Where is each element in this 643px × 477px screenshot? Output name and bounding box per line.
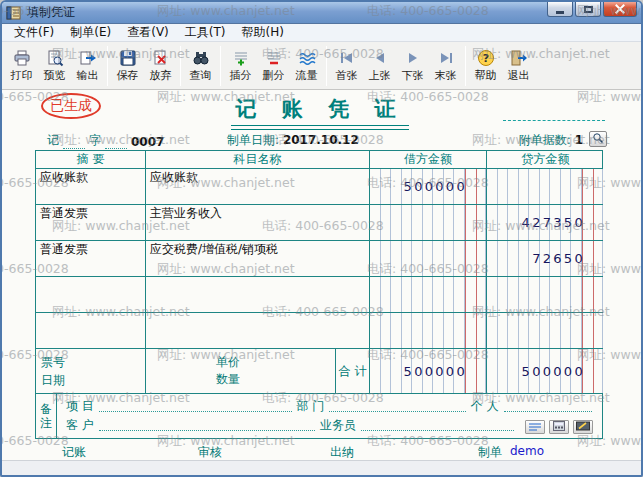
- print-button[interactable]: 打印: [5, 43, 38, 88]
- menu-help[interactable]: 帮助(H): [234, 23, 292, 42]
- first-voucher-button[interactable]: 首张: [330, 43, 363, 88]
- voucher-area: 已生成 记 账 凭 证 记 字 0007 制单日期: 2017.10.12 附单…: [2, 90, 641, 460]
- salesman-field[interactable]: [361, 429, 514, 431]
- help-button[interactable]: ? 帮助: [469, 43, 502, 88]
- cashier-label: 出纳: [330, 444, 354, 461]
- menu-tools[interactable]: 工具(T): [177, 23, 234, 42]
- menu-bar: 文件(F) 制单(E) 查看(V) 工具(T) 帮助(H): [2, 24, 641, 42]
- next-icon: [404, 49, 422, 67]
- calculator-button[interactable]: [549, 420, 569, 434]
- menu-file[interactable]: 文件(F): [6, 23, 62, 42]
- minimize-button[interactable]: [547, 2, 573, 17]
- close-button[interactable]: [603, 2, 637, 17]
- query-button[interactable]: 查询: [184, 43, 217, 88]
- debit-cell[interactable]: [370, 205, 487, 240]
- account-cell[interactable]: [146, 277, 370, 312]
- person-label: 个 人: [469, 398, 501, 415]
- export-icon: [79, 49, 97, 67]
- credit-cell[interactable]: [487, 277, 604, 312]
- summary-cell[interactable]: 普通发票: [36, 241, 146, 276]
- remark-label: 备注: [36, 394, 57, 438]
- voucher-date-value[interactable]: 2017.10.12: [283, 133, 359, 147]
- ticket-date-cell: 票号 日期: [36, 349, 146, 393]
- debit-cell[interactable]: [370, 241, 487, 276]
- person-field[interactable]: [504, 410, 592, 412]
- export-button[interactable]: 输出: [71, 43, 104, 88]
- insert-entry-label: 插分: [230, 68, 252, 83]
- credit-cell[interactable]: 72650: [487, 241, 604, 276]
- voucher-number-group: 记 字 0007: [47, 132, 164, 149]
- window-title: 填制凭证: [27, 4, 547, 21]
- customer-field[interactable]: [99, 429, 315, 431]
- debit-cell[interactable]: 500000: [370, 169, 487, 204]
- account-cell[interactable]: 主营业务收入: [146, 205, 370, 240]
- summary-cell[interactable]: [36, 277, 146, 312]
- table-row: [36, 313, 602, 349]
- voucher-date-group: 制单日期: 2017.10.12: [227, 132, 359, 149]
- delete-entry-icon: [265, 49, 283, 67]
- header-debit: 借方金额: [370, 151, 487, 168]
- insert-entry-button[interactable]: 插分: [224, 43, 257, 88]
- remark-row: 备注 项 目 部 门 个 人 客 户: [36, 394, 602, 438]
- toolbar-separator: [180, 46, 181, 86]
- cashflow-button[interactable]: 流量: [290, 43, 323, 88]
- preview-button[interactable]: 预览: [38, 43, 71, 88]
- toolbar-separator: [107, 46, 108, 86]
- debit-cell[interactable]: [370, 277, 487, 312]
- voucher-word-label[interactable]: 记: [47, 132, 59, 149]
- summary-cell[interactable]: 应收账款: [36, 169, 146, 204]
- prev-voucher-label: 上张: [369, 68, 391, 83]
- credit-cell[interactable]: [487, 169, 604, 204]
- voucher-number-blank: [105, 137, 127, 149]
- cashflow-label: 流量: [296, 68, 318, 83]
- menu-view[interactable]: 查看(V): [119, 23, 177, 42]
- voucher-word-suffix: 字: [89, 132, 101, 149]
- maximize-icon: [584, 6, 593, 13]
- debit-cell[interactable]: [370, 313, 487, 348]
- header-credit: 贷方金额: [487, 151, 604, 168]
- next-voucher-button[interactable]: 下张: [396, 43, 429, 88]
- insert-entry-icon: [232, 49, 250, 67]
- maximize-button[interactable]: [575, 2, 601, 17]
- bookkeeping-label: 记账: [62, 444, 86, 461]
- voucher-word-blank: [63, 137, 85, 149]
- summary-cell[interactable]: 普通发票: [36, 205, 146, 240]
- department-field[interactable]: [329, 410, 466, 412]
- signature-row: 记账 审核 出纳 制单 demo: [2, 444, 641, 460]
- voucher-number[interactable]: 0007: [131, 135, 164, 149]
- discard-button[interactable]: 放弃: [144, 43, 177, 88]
- prev-icon: [371, 49, 389, 67]
- next-voucher-label: 下张: [402, 68, 424, 83]
- credit-cell[interactable]: [487, 313, 604, 348]
- save-button[interactable]: 保存: [111, 43, 144, 88]
- signature-pad-button[interactable]: [525, 420, 545, 434]
- remark-body: 项 目 部 门 个 人 客 户 业务员: [57, 394, 602, 438]
- account-cell[interactable]: 应交税费/增值税/销项税: [146, 241, 370, 276]
- minimize-icon: [556, 11, 564, 14]
- unit-price-label: 单价: [216, 354, 335, 371]
- account-cell[interactable]: [146, 313, 370, 348]
- credit-value: 72650: [487, 251, 604, 266]
- total-debit-cell: 500000: [370, 349, 487, 393]
- account-cell[interactable]: 应收账款: [146, 169, 370, 204]
- attachment-lookup-button[interactable]: [589, 131, 607, 147]
- table-row: 普通发票 主营业务收入 427350: [36, 205, 602, 241]
- delete-entry-button[interactable]: 删分: [257, 43, 290, 88]
- attachments-value[interactable]: 1: [575, 133, 583, 147]
- header-summary: 摘 要: [36, 151, 146, 168]
- edit-pen-button[interactable]: [573, 420, 593, 434]
- calculator-icon: [553, 420, 565, 434]
- total-credit-value: 500000: [487, 364, 604, 379]
- salesman-label: 业务员: [318, 417, 358, 434]
- summary-cell[interactable]: [36, 313, 146, 348]
- menu-voucher[interactable]: 制单(E): [62, 23, 119, 42]
- table-total-row: 票号 日期 单价 数量 合 计 500000 500000: [36, 349, 602, 394]
- credit-cell[interactable]: 427350: [487, 205, 604, 240]
- project-field[interactable]: [99, 410, 292, 412]
- customer-label: 客 户: [64, 417, 96, 434]
- last-voucher-button[interactable]: 末张: [429, 43, 462, 88]
- exit-button[interactable]: 退出: [502, 43, 535, 88]
- project-label: 项 目: [64, 398, 96, 415]
- prev-voucher-button[interactable]: 上张: [363, 43, 396, 88]
- debit-value: 500000: [370, 179, 486, 194]
